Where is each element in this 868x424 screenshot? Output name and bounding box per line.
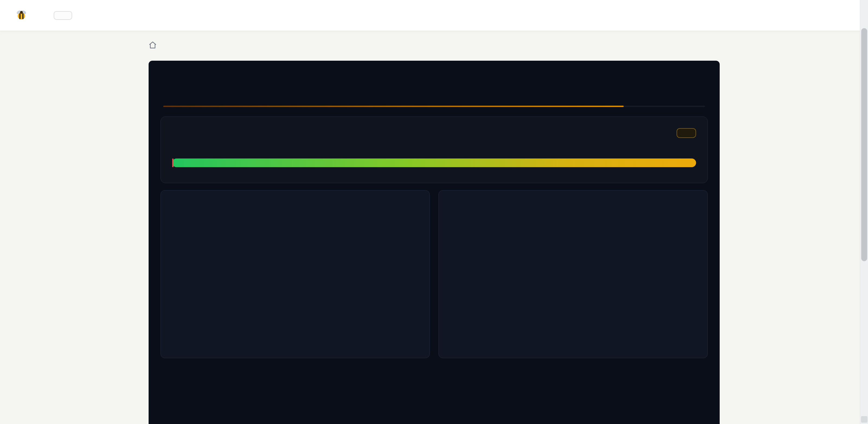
policy-governance-panel xyxy=(149,61,720,424)
budget-trend-chart xyxy=(172,203,419,272)
breadcrumb xyxy=(149,40,720,50)
brand-link[interactable] xyxy=(15,9,33,22)
configure-budget-button[interactable] xyxy=(677,128,696,138)
tabs-scroll-thumb[interactable] xyxy=(163,106,624,107)
vertical-scrollbar-thumb[interactable] xyxy=(861,28,867,261)
critical-threshold-marker xyxy=(172,159,174,167)
budget-trend-card xyxy=(160,190,430,358)
tabs-scroll-track[interactable] xyxy=(163,106,705,107)
vertical-scrollbar[interactable] xyxy=(860,0,868,424)
risk-budget-overview-card xyxy=(160,117,708,183)
budget-gauge xyxy=(172,159,696,167)
home-icon[interactable] xyxy=(149,41,157,49)
top-contributors-card xyxy=(438,190,708,358)
sign-in-button[interactable] xyxy=(54,11,72,20)
tab-bar xyxy=(160,85,708,100)
top-navbar xyxy=(0,0,868,31)
tabs-scrollbar xyxy=(160,103,708,109)
bee-logo-icon xyxy=(15,9,28,22)
budget-gauge-fill xyxy=(172,159,696,167)
scrollbar-corner xyxy=(861,416,867,423)
